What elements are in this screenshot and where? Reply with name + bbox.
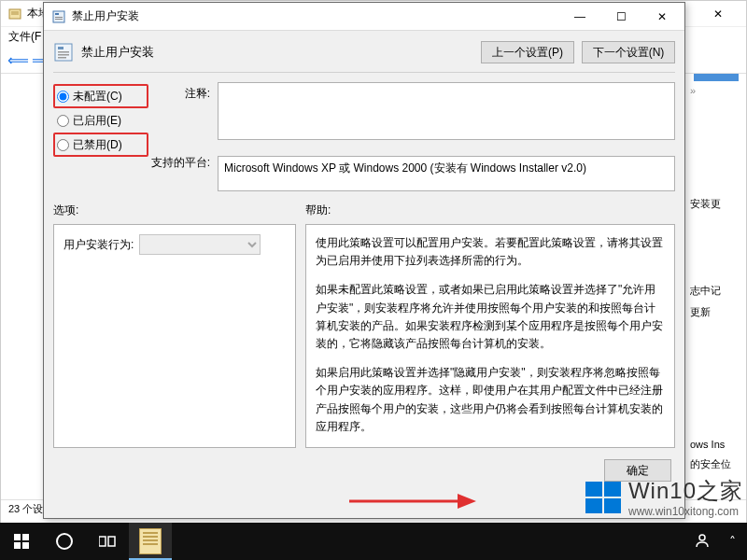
svg-rect-10 <box>58 54 69 56</box>
svg-rect-17 <box>604 498 621 513</box>
policy-dialog: 禁止用户安装 — ☐ ✕ 禁止用户安装 上一个设置(P) 下一个设置(N) 未配… <box>43 2 685 519</box>
platform-box: Microsoft Windows XP 或 Windows 2000 (安装有… <box>218 156 675 191</box>
bg-text-3: 更新 <box>686 301 746 323</box>
svg-point-24 <box>699 535 705 540</box>
minimize-button[interactable]: — <box>559 4 600 30</box>
svg-rect-15 <box>604 482 621 497</box>
svg-rect-20 <box>14 542 21 549</box>
prev-setting-button[interactable]: 上一个设置(P) <box>481 41 574 63</box>
notepad-icon <box>139 528 162 554</box>
dialog-title: 禁止用户安装 <box>72 8 559 24</box>
svg-rect-4 <box>55 13 59 15</box>
status-text: 23 个设 <box>8 502 43 516</box>
svg-rect-5 <box>55 17 63 18</box>
radio-enabled-input[interactable] <box>57 115 69 127</box>
svg-rect-16 <box>585 498 602 513</box>
svg-rect-8 <box>58 47 63 49</box>
windows-logo-icon <box>584 478 625 519</box>
options-label: 选项: <box>53 203 305 218</box>
watermark: Win10之家 www.win10xitong.com <box>584 478 743 519</box>
help-paragraph-1: 使用此策略设置可以配置用户安装。若要配置此策略设置，请将其设置为已启用并使用下拉… <box>316 234 665 270</box>
svg-rect-21 <box>22 542 29 549</box>
dialog-icon <box>51 9 66 24</box>
bg-text-4: ows Ins <box>686 435 746 454</box>
svg-rect-22 <box>99 537 106 546</box>
option-field-label: 用户安装行为: <box>63 237 134 253</box>
bg-header-bar <box>694 74 739 81</box>
taskbar[interactable]: ˄ <box>0 523 747 560</box>
people-button[interactable] <box>683 532 722 552</box>
bg-right-panel: » 安装更 志中记 更新 ows Ins 的安全位 <box>686 81 746 512</box>
cortana-button[interactable] <box>43 523 86 560</box>
radio-disabled-label: 已禁用(D) <box>73 137 122 153</box>
bg-text-2: 志中记 <box>686 280 746 301</box>
svg-rect-9 <box>58 51 69 53</box>
radio-disabled-input[interactable] <box>57 139 69 151</box>
svg-rect-6 <box>55 19 63 20</box>
help-label: 帮助: <box>305 203 331 218</box>
help-paragraph-2: 如果未配置此策略设置，或者如果已启用此策略设置并选择了"允许用户安装"，则安装程… <box>316 281 665 353</box>
radio-enabled-label: 已启用(E) <box>73 113 121 129</box>
platform-text: Microsoft Windows XP 或 Windows 2000 (安装有… <box>224 161 586 175</box>
svg-rect-11 <box>58 57 66 59</box>
options-panel: 用户安装行为: <box>53 224 296 448</box>
policy-editor-icon <box>8 7 21 21</box>
bg-text-5: 的安全位 <box>686 454 746 475</box>
svg-rect-23 <box>108 537 115 546</box>
back-arrow-icon[interactable]: ⟸ <box>8 51 27 70</box>
bg-close-button[interactable]: ✕ <box>698 7 739 21</box>
dialog-titlebar[interactable]: 禁止用户安装 — ☐ ✕ <box>44 3 684 31</box>
maximize-button[interactable]: ☐ <box>600 4 641 30</box>
svg-rect-18 <box>14 534 21 540</box>
policy-header-title: 禁止用户安装 <box>81 44 481 61</box>
help-panel[interactable]: 使用此策略设置可以配置用户安装。若要配置此策略设置，请将其设置为已启用并使用下拉… <box>305 224 675 448</box>
comment-label: 注释: <box>148 84 210 108</box>
radio-not-configured[interactable]: 未配置(C) <box>53 84 148 108</box>
separator <box>53 72 675 73</box>
start-button[interactable] <box>0 523 43 560</box>
user-install-behavior-select[interactable] <box>139 234 261 255</box>
comment-textarea[interactable] <box>218 82 675 140</box>
radio-enabled[interactable]: 已启用(E) <box>53 108 148 133</box>
next-setting-button[interactable]: 下一个设置(N) <box>582 41 675 63</box>
taskbar-app-notepad[interactable] <box>129 523 172 560</box>
radio-disabled[interactable]: 已禁用(D) <box>53 133 148 157</box>
radio-not-configured-input[interactable] <box>57 91 69 103</box>
tray-chevron-icon[interactable]: ˄ <box>722 534 743 549</box>
watermark-brand: Win10之家 <box>628 478 743 505</box>
radio-not-configured-label: 未配置(C) <box>73 89 122 105</box>
platform-label: 支持的平台: <box>148 153 210 177</box>
watermark-url: www.win10xitong.com <box>628 505 743 518</box>
menu-file[interactable]: 文件(F <box>8 30 41 43</box>
svg-rect-19 <box>22 534 29 540</box>
help-paragraph-3: 如果启用此策略设置并选择"隐藏用户安装"，则安装程序将忽略按照每个用户安装的应用… <box>316 364 665 436</box>
svg-rect-14 <box>585 482 602 497</box>
close-button[interactable]: ✕ <box>641 4 683 30</box>
task-view-button[interactable] <box>86 523 129 560</box>
chevron-icon: » <box>686 81 746 100</box>
policy-header-icon <box>53 42 74 63</box>
bg-text-1: 安装更 <box>686 193 746 215</box>
